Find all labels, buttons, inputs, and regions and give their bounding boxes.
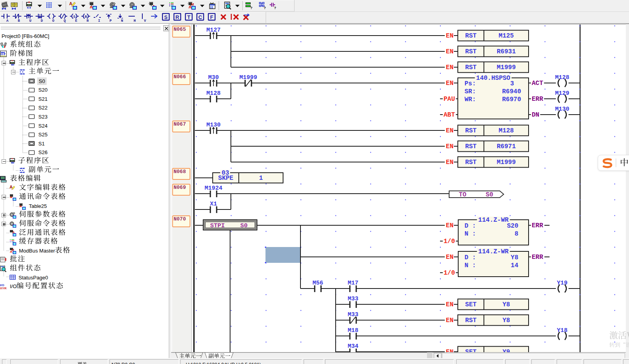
svg-text:EN: EN <box>446 32 453 40</box>
svg-text:ERR: ERR <box>532 222 543 229</box>
svg-text:B: B <box>18 19 20 23</box>
svg-text:S: S <box>164 14 168 20</box>
svg-text:M129: M129 <box>555 90 569 97</box>
svg-text:X1: X1 <box>210 201 217 207</box>
svg-text:ACT: ACT <box>532 80 543 87</box>
svg-text:U: U <box>29 19 31 23</box>
svg-text:R: R <box>176 14 179 20</box>
svg-text:?: ? <box>250 6 253 10</box>
svg-text:N066: N066 <box>174 74 186 80</box>
svg-text:P: P <box>110 19 112 23</box>
svg-text:S0: S0 <box>485 191 493 198</box>
svg-text:M130: M130 <box>206 122 221 128</box>
svg-text:XYR: XYR <box>0 287 7 290</box>
svg-text:M30: M30 <box>208 74 219 81</box>
svg-text:EN: EN <box>446 80 453 87</box>
svg-text:8: 8 <box>514 230 518 238</box>
svg-text:M130: M130 <box>555 106 569 113</box>
svg-text:F: F <box>210 14 213 20</box>
svg-text:WR:: WR: <box>465 96 476 103</box>
svg-text:M1924: M1924 <box>204 185 222 192</box>
svg-text:M34: M34 <box>348 343 358 350</box>
svg-text:I: I <box>98 19 100 23</box>
svg-text:S0: S0 <box>240 222 248 229</box>
svg-text:EN: EN <box>446 143 453 150</box>
svg-text:R6940: R6940 <box>502 88 521 95</box>
svg-text:1/0: 1/0 <box>444 238 455 245</box>
svg-text:RST: RST <box>465 127 477 134</box>
svg-text:Y8: Y8 <box>502 317 510 324</box>
svg-text:Y9: Y9 <box>502 349 510 352</box>
svg-text:?: ? <box>274 6 276 10</box>
svg-text:3: 3 <box>510 80 514 87</box>
svg-text:T: T <box>187 14 191 20</box>
svg-text:1: 1 <box>259 175 263 182</box>
svg-text:R6970: R6970 <box>502 96 521 103</box>
svg-text:O: O <box>52 19 55 23</box>
svg-text:N070: N070 <box>174 216 186 222</box>
svg-text:M17: M17 <box>348 280 358 287</box>
svg-text:Q: Q <box>64 19 66 23</box>
svg-text:TO: TO <box>459 191 467 198</box>
svg-text:RST: RST <box>465 48 477 55</box>
svg-text:STPI: STPI <box>210 222 225 229</box>
svg-text:M128: M128 <box>206 90 221 97</box>
svg-text:N069: N069 <box>174 185 186 190</box>
svg-text:M125: M125 <box>499 32 514 40</box>
svg-text:M33: M33 <box>348 296 358 302</box>
svg-text:R6971: R6971 <box>497 143 516 150</box>
svg-text:A: A <box>6 19 9 23</box>
svg-text:ABT: ABT <box>444 111 455 119</box>
svg-text:S: S <box>73 15 76 19</box>
svg-text:M56: M56 <box>312 280 323 287</box>
svg-text:RST: RST <box>465 159 477 166</box>
svg-text:SET: SET <box>465 349 477 352</box>
svg-text:EN: EN <box>446 349 453 352</box>
svg-text:M33: M33 <box>348 311 358 318</box>
svg-text:D :: D : <box>465 254 476 261</box>
svg-text:Ps:: Ps: <box>465 80 476 87</box>
svg-text:SET: SET <box>465 301 477 308</box>
svg-text:RST: RST <box>465 32 477 40</box>
svg-text:Y8: Y8 <box>511 254 518 261</box>
svg-text:M1999: M1999 <box>497 64 516 71</box>
svg-text:N :: N : <box>465 230 476 238</box>
svg-text:Y8: Y8 <box>502 301 510 308</box>
svg-text:114.Z-WR: 114.Z-WR <box>478 248 509 255</box>
svg-text:M18: M18 <box>348 327 358 334</box>
svg-text:RST: RST <box>465 317 477 324</box>
svg-text:EN: EN <box>446 64 453 71</box>
svg-text:V: V <box>144 19 146 23</box>
svg-text:EN: EN <box>446 254 453 261</box>
svg-text:R: R <box>87 19 89 23</box>
svg-text:DN: DN <box>532 111 539 119</box>
svg-text:M128: M128 <box>499 127 514 134</box>
svg-text:D: D <box>41 19 43 23</box>
svg-text:R6931: R6931 <box>497 48 516 55</box>
svg-text:EN: EN <box>446 48 453 55</box>
svg-text:EN: EN <box>446 159 453 166</box>
svg-text:ERR: ERR <box>532 96 543 103</box>
svg-text:RST: RST <box>465 64 477 71</box>
svg-text:SKPE: SKPE <box>218 175 233 182</box>
svg-text:H: H <box>134 19 136 23</box>
svg-text:N068: N068 <box>174 169 186 175</box>
svg-text:D :: D : <box>465 223 476 230</box>
svg-text:M1999: M1999 <box>239 74 257 81</box>
svg-text:EN: EN <box>446 317 453 324</box>
svg-text:EN: EN <box>446 301 453 308</box>
svg-text:N067: N067 <box>174 121 186 127</box>
svg-text:SR:: SR: <box>465 88 476 95</box>
svg-text:C: C <box>198 14 202 20</box>
svg-text:N :: N : <box>465 262 476 269</box>
svg-text:PAU: PAU <box>444 96 455 103</box>
svg-text:M128: M128 <box>555 74 569 81</box>
svg-text:EN: EN <box>446 222 453 229</box>
svg-text:E: E <box>75 19 77 23</box>
svg-text:RST: RST <box>465 143 477 150</box>
svg-text:S20: S20 <box>507 223 518 230</box>
svg-text:R: R <box>85 15 87 19</box>
svg-text:M127: M127 <box>206 27 221 34</box>
svg-text:M1999: M1999 <box>497 159 516 166</box>
svg-text:14: 14 <box>511 262 519 269</box>
